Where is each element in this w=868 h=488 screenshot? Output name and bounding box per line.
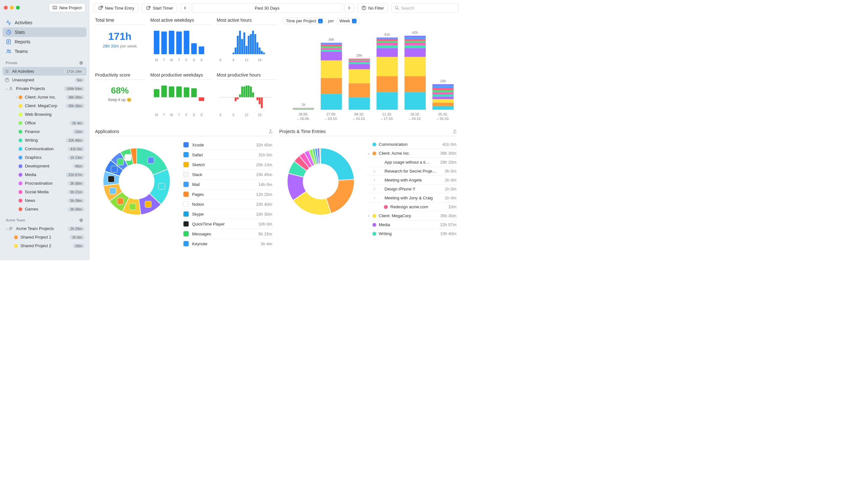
svg-rect-127 (405, 45, 426, 48)
tree-item[interactable]: Games3h 30m (3, 205, 87, 214)
time-per-project-dropdown[interactable]: Time per Project ⌄ (283, 18, 326, 24)
svg-point-3 (9, 50, 10, 51)
app-row[interactable]: Messages 5h 15m (183, 229, 273, 239)
tree-item[interactable]: Media22h 57m (3, 170, 87, 179)
app-row[interactable]: Slack 15h 45m (183, 170, 273, 180)
window-zoom[interactable] (16, 6, 20, 9)
tree-item[interactable]: Social Media5h 21m (3, 188, 87, 196)
nav-activities[interactable]: Activities (3, 18, 87, 27)
app-icon (183, 211, 189, 217)
reports-icon (6, 39, 11, 45)
tree-item[interactable]: Finance15m (3, 127, 87, 136)
project-row[interactable]: ›Design iPhone Y1h 0m (367, 185, 457, 194)
svg-rect-104 (349, 60, 370, 62)
nav-teams[interactable]: Teams (3, 46, 87, 56)
project-row[interactable]: Writing10h 40m (367, 229, 457, 238)
svg-rect-31 (241, 39, 243, 54)
project-row[interactable]: Media22h 57m (367, 220, 457, 229)
app-icon (183, 162, 189, 167)
tree-item[interactable]: Shared Project 1 2h 0m (3, 233, 87, 241)
app-row[interactable]: Skype 10h 30m (183, 209, 273, 219)
app-row[interactable]: Mail 14h 0m (183, 180, 273, 190)
search-input[interactable]: Search (391, 3, 458, 13)
app-row[interactable]: Safari 31h 0m (183, 150, 273, 160)
app-row[interactable]: Xcode 32h 45m (183, 140, 273, 150)
project-row[interactable]: ›Meeting with Angela2h 0m (367, 176, 457, 185)
project-row[interactable]: Communication41h 0m (367, 140, 457, 149)
tree-all-activities[interactable]: All Activities 171h 19m (3, 67, 87, 75)
tree-item[interactable]: Graphics1h 13m (3, 153, 87, 162)
svg-rect-117 (377, 39, 398, 41)
nav-stats[interactable]: Stats (3, 27, 87, 37)
add-private-button[interactable]: ⊕ (79, 60, 83, 66)
svg-rect-125 (405, 57, 426, 76)
svg-text:29h: 29h (356, 54, 362, 57)
section-acme-header: Acme Team ⊕ (3, 216, 87, 224)
svg-text:12: 12 (245, 58, 249, 62)
tree-item[interactable]: Client: MegaCorp35h 30m (3, 101, 87, 110)
app-row[interactable]: Sketch 20h 13m (183, 160, 273, 170)
project-row[interactable]: App usage without a ti…29h 20m (367, 158, 457, 167)
project-row[interactable]: ⌄Client: Acme Inc.36h 30m (367, 149, 457, 158)
period-dropdown[interactable]: Week ⌄ (337, 18, 359, 24)
applications-donut-chart (95, 140, 178, 223)
new-time-entry-button[interactable]: New Time Entry (94, 3, 138, 13)
date-next-button[interactable] (344, 3, 354, 13)
app-row[interactable]: Notion 10h 40m (183, 199, 273, 209)
window-minimize[interactable] (10, 6, 14, 9)
color-swatch (19, 173, 22, 177)
tree-private-projects[interactable]: ⌄ Private Projects 168h 54m (3, 84, 87, 93)
chevron-icon: › (372, 169, 377, 173)
share-apps-button[interactable] (268, 129, 273, 134)
app-row[interactable]: Keynote 3h 4m (183, 239, 273, 249)
svg-rect-36 (252, 31, 254, 54)
project-row[interactable]: ›Client: MegaCorp35h 30m (367, 212, 457, 220)
filter-icon (361, 5, 366, 10)
svg-text:– 10.10.: – 10.10. (353, 117, 366, 121)
svg-text:T: T (163, 113, 165, 117)
tree-item[interactable]: Development45m (3, 162, 87, 170)
svg-rect-90 (321, 50, 342, 52)
project-row[interactable]: Redesign acme.com10m (367, 202, 457, 212)
svg-rect-143 (432, 88, 454, 90)
tree-acme-projects[interactable]: ⌄ Acme Team Projects 2h 20m (3, 224, 87, 233)
svg-rect-111 (377, 76, 398, 92)
svg-rect-157 (117, 159, 124, 165)
most-productive-hours-title: Most productive hours (217, 72, 277, 80)
window-close[interactable] (4, 6, 8, 9)
svg-rect-15 (169, 31, 174, 54)
tree-item[interactable]: › Client: Acme Inc.36h 30m (3, 93, 87, 101)
svg-text:T: T (178, 113, 180, 117)
tree-item[interactable]: News5h 39m (3, 196, 87, 205)
app-row[interactable]: QuickTime Player 10h 0m (183, 219, 273, 229)
svg-text:6: 6 (232, 113, 235, 117)
chevron-left-icon (184, 6, 187, 9)
tree-item[interactable]: Office2h 4m (3, 119, 87, 127)
svg-text:11.10.: 11.10. (382, 112, 392, 116)
svg-rect-94 (321, 44, 342, 45)
svg-rect-27 (232, 53, 235, 54)
svg-point-6 (9, 227, 11, 228)
tree-item[interactable]: Procrastination3h 30m (3, 179, 87, 188)
tree-item[interactable]: Communication41h 0m (3, 144, 87, 153)
date-prev-button[interactable] (180, 3, 190, 13)
svg-text:W: W (170, 113, 173, 117)
tree-item[interactable]: Web Browsing (3, 110, 87, 119)
add-acme-button[interactable]: ⊕ (79, 217, 83, 223)
start-timer-button[interactable]: Start Timer (142, 3, 178, 13)
tree-item[interactable]: Writing10h 40m (3, 136, 87, 144)
date-range-display[interactable]: Past 30 Days (192, 3, 342, 13)
project-row[interactable]: ›Meeting with Jony & Craig1h 0m (367, 194, 457, 202)
svg-rect-158 (125, 154, 131, 161)
project-row[interactable]: ›Research for Secret Proje…3h 0m (367, 167, 457, 176)
share-projects-button[interactable] (453, 129, 457, 134)
svg-rect-37 (254, 34, 256, 54)
color-swatch (372, 214, 376, 218)
svg-rect-100 (349, 83, 370, 97)
tree-unassigned[interactable]: Unassigned 5m (3, 75, 87, 84)
new-project-button[interactable]: New Project (49, 3, 85, 12)
tree-item[interactable]: Shared Project 2 20m (3, 241, 87, 250)
nav-reports[interactable]: Reports (3, 37, 87, 46)
app-row[interactable]: Pages 12h 20m (183, 190, 273, 199)
filter-button[interactable]: No Filter (357, 3, 388, 13)
